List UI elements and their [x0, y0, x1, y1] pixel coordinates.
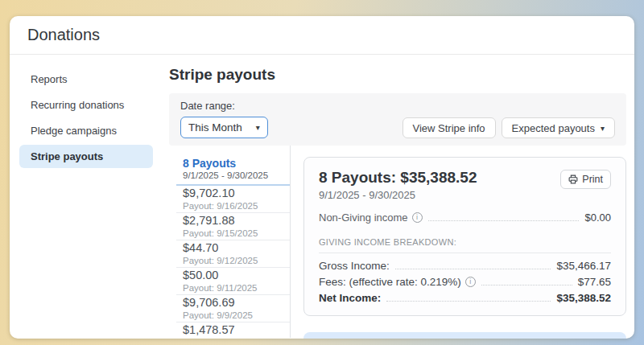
non-giving-income-value: $0.00	[584, 212, 611, 224]
chevron-down-icon: ▾	[601, 124, 605, 133]
view-stripe-info-button[interactable]: View Stripe info	[402, 117, 496, 138]
summary-title: 8 Payouts: $35,388.52	[319, 168, 477, 187]
view-stripe-info-label: View Stripe info	[413, 122, 485, 134]
breakdown-section-label: GIVING INCOME BREAKDOWN:	[319, 237, 611, 247]
filter-bar: Date range: This Month ▾ View Stripe inf…	[169, 93, 626, 146]
content-area: 8 Payouts 9/1/2025 - 9/30/2025 $9,702.10…	[169, 146, 626, 338]
net-income-row: Net Income: $35,388.52	[319, 292, 611, 304]
info-icon[interactable]: i	[412, 212, 423, 223]
window-body: Reports Recurring donations Pledge campa…	[10, 55, 634, 338]
payout-date: Payout: 9/9/2025	[183, 310, 285, 320]
gross-income-label: Gross Income:	[319, 260, 390, 272]
payouts-period-label: 9/1/2025 - 9/30/2025	[183, 170, 283, 181]
dotted-leader	[386, 301, 551, 302]
payouts-list: 8 Payouts 9/1/2025 - 9/30/2025 $9,702.10…	[169, 146, 291, 338]
payout-items: $9,702.10 Payout: 9/16/2025 $2,791.88 Pa…	[176, 186, 290, 339]
gross-income-row: Gross Income: $35,466.17	[319, 260, 611, 272]
payout-list-item[interactable]: $50.00 Payout: 9/11/2025	[176, 268, 290, 295]
sidebar-item-stripe-payouts[interactable]: Stripe payouts	[19, 145, 153, 168]
date-range-select[interactable]: This Month ▾	[180, 117, 268, 138]
expected-payouts-label: Expected payouts	[512, 122, 595, 134]
date-range-value: This Month	[188, 121, 242, 133]
payout-date: Payout: 9/16/2025	[183, 201, 285, 211]
payout-summary-card: 8 Payouts: $35,388.52 9/1/2025 - 9/30/20…	[303, 157, 626, 316]
window-header: Donations	[10, 16, 634, 55]
print-label: Print	[582, 174, 603, 185]
sidebar-item-pledge-campaigns[interactable]: Pledge campaigns	[19, 119, 153, 142]
chevron-down-icon: ▾	[256, 123, 260, 132]
sidebar-item-reports[interactable]: Reports	[19, 68, 153, 91]
main-panel: Stripe payouts Date range: This Month ▾ …	[159, 55, 634, 338]
gross-income-value: $35,466.17	[556, 260, 611, 272]
printer-icon	[568, 175, 578, 184]
payout-amount: $1,478.57	[183, 324, 285, 336]
non-giving-income-row: Non-Giving income i $0.00	[319, 212, 611, 224]
non-giving-income-label: Non-Giving income	[319, 212, 408, 224]
expected-payouts-button[interactable]: Expected payouts ▾	[502, 117, 615, 138]
payouts-count-label: 8 Payouts	[183, 157, 283, 170]
dotted-leader	[395, 269, 551, 269]
summary-period: 9/1/2025 - 9/30/2025	[319, 189, 477, 201]
payout-date: Payout: 9/11/2025	[183, 283, 285, 293]
net-income-label: Net Income:	[319, 292, 381, 304]
payout-list-item[interactable]: $1,478.57 Payout: 9/8/2025	[176, 322, 290, 339]
payout-detail-panel: 8 Payouts: $35,388.52 9/1/2025 - 9/30/20…	[291, 146, 626, 338]
payout-date: Payout: 9/15/2025	[183, 228, 285, 238]
fees-value: $77.65	[578, 276, 611, 288]
page-title: Donations	[27, 26, 100, 44]
dotted-leader	[481, 285, 572, 285]
net-income-value: $35,388.52	[556, 292, 611, 304]
fees-label: Fees: (effective rate: 0.219%)	[319, 276, 461, 288]
payout-list-item[interactable]: $9,706.69 Payout: 9/9/2025	[176, 295, 290, 322]
dotted-leader	[428, 220, 580, 221]
section-divider	[319, 253, 611, 253]
summary-card-header: 8 Payouts: $35,388.52 9/1/2025 - 9/30/20…	[319, 168, 611, 201]
date-range-group: Date range: This Month ▾	[180, 100, 268, 138]
payout-amount: $44.70	[183, 242, 285, 254]
payout-date: Payout: 9/8/2025	[183, 338, 285, 339]
fees-row: Fees: (effective rate: 0.219%) i $77.65	[319, 276, 611, 288]
sidebar: Reports Recurring donations Pledge campa…	[10, 55, 159, 338]
payout-amount: $9,706.69	[183, 297, 285, 309]
info-icon[interactable]: i	[465, 277, 476, 287]
payout-amount: $2,791.88	[183, 215, 285, 227]
payout-amount: $50.00	[183, 269, 285, 281]
payouts-summary-header[interactable]: 8 Payouts 9/1/2025 - 9/30/2025	[176, 157, 290, 186]
payout-list-item[interactable]: $2,791.88 Payout: 9/15/2025	[176, 213, 290, 240]
filter-actions: View Stripe info Expected payouts ▾	[402, 117, 615, 138]
payout-list-item[interactable]: $44.70 Payout: 9/12/2025	[176, 240, 290, 268]
sidebar-item-recurring-donations[interactable]: Recurring donations	[19, 93, 153, 117]
stripe-payouts-heading: Stripe payouts	[169, 66, 626, 84]
info-banner: i On Stripe Payout reports, the amounts …	[303, 332, 626, 339]
payout-list-item[interactable]: $9,702.10 Payout: 9/16/2025	[176, 186, 290, 213]
print-button[interactable]: Print	[560, 170, 611, 189]
summary-titles: 8 Payouts: $35,388.52 9/1/2025 - 9/30/20…	[319, 168, 477, 201]
donations-window: Donations Reports Recurring donations Pl…	[10, 16, 634, 339]
payout-date: Payout: 9/12/2025	[183, 256, 285, 265]
payout-amount: $9,702.10	[183, 187, 285, 199]
date-range-label: Date range:	[180, 100, 268, 112]
